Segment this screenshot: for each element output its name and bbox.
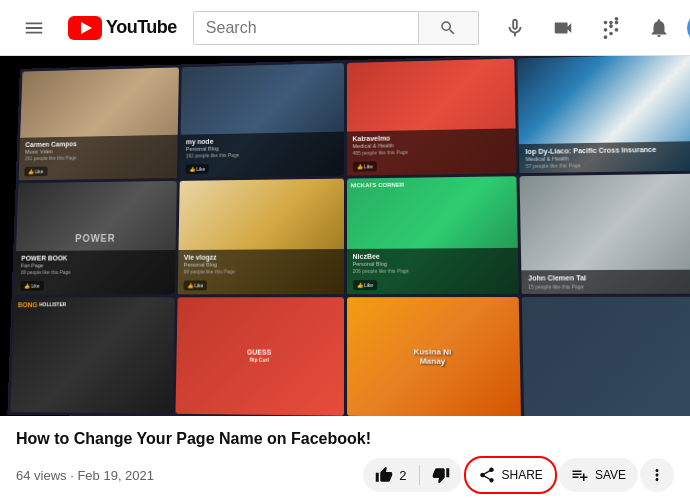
header-left: YouTube [16,10,177,46]
thumb-card-1: Carmen Campos Music Video 261 people lik… [19,67,179,180]
thumb-card-5: POWER POWER BOOK Fan Page 89 people like… [14,181,176,295]
mic-button[interactable] [495,8,535,48]
youtube-logo-icon [68,16,102,40]
like-dislike-group: 2 [363,458,461,492]
thumb-card-8: John Clemen Tal 15 people like this Page [520,174,690,294]
search-icon [439,19,457,37]
hamburger-menu-button[interactable] [16,10,52,46]
youtube-logo[interactable]: YouTube [68,16,177,40]
apps-button[interactable] [591,8,631,48]
search-input[interactable] [194,12,418,44]
notifications-button[interactable] [639,8,679,48]
share-label: SHARE [502,468,543,482]
video-title: How to Change Your Page Name on Facebook… [16,428,674,450]
search-bar [193,11,419,45]
search-button[interactable] [419,11,479,45]
action-buttons: 2 SHARE [363,456,674,494]
video-stats: 64 views · Feb 19, 2021 [16,468,359,483]
mic-icon [504,17,526,39]
share-button-wrapper: SHARE [464,456,557,494]
hamburger-icon [23,17,45,39]
video-meta-row: 64 views · Feb 19, 2021 2 [16,456,674,494]
create-video-button[interactable] [543,8,583,48]
logo-text: YouTube [106,17,177,38]
thumb-card-7: NICKAI'S CORNER NiczBee Personal Blog 20… [346,176,518,294]
more-vert-icon [648,466,666,484]
thumbs-up-icon [375,466,393,484]
like-button[interactable]: 2 [363,458,418,492]
thumb-card-3: Katravelmo Medical & Health 485 people l… [346,59,516,176]
share-button[interactable]: SHARE [466,458,555,492]
thumb-card-10: GUESSRip Curl [175,297,343,416]
video-camera-icon [552,17,574,39]
header: YouTube [0,0,690,56]
search-container [193,11,479,45]
thumb-card-4: Iop Dy-Liaco: Pacific Cross Insurance Me… [518,56,690,173]
thumb-card-12 [522,297,690,416]
header-right: J [495,8,690,48]
share-icon [478,466,496,484]
thumbs-down-icon [432,466,450,484]
save-icon [571,466,589,484]
bell-icon [648,17,670,39]
more-options-button[interactable] [640,458,674,492]
video-player[interactable]: Carmen Campos Music Video 261 people lik… [0,56,690,416]
thumb-card-9: BONG HOLLISTER [10,297,174,413]
thumb-card-2: my node Personal Blog 192 people like th… [180,63,344,178]
save-label: SAVE [595,468,626,482]
grid-icon [600,17,622,39]
video-info: How to Change Your Page Name on Facebook… [0,416,690,502]
video-thumbnail: Carmen Campos Music Video 261 people lik… [7,56,690,416]
thumb-card-6: Vie vlogzz Personal Blog 99 people like … [177,179,343,295]
thumb-card-11: Kusina NiManay [347,297,522,416]
dislike-button[interactable] [420,458,462,492]
like-count: 2 [399,468,406,483]
save-button[interactable]: SAVE [559,458,638,492]
